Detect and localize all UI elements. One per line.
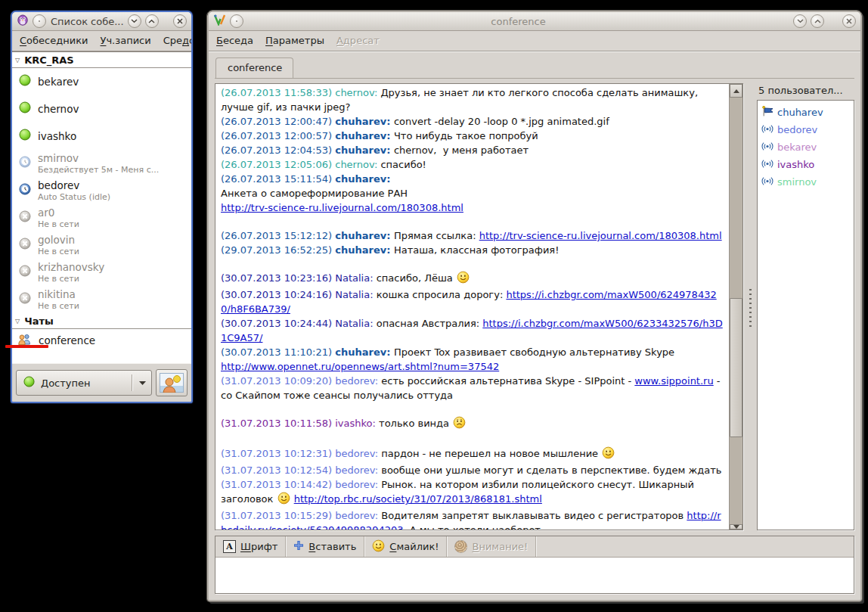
message-sender: ivashko:	[335, 418, 379, 429]
chat-message: (29.07.2013 16:52:25) chuharev: Наташа, …	[221, 243, 724, 257]
buddy-list-titlebar[interactable]: Список собе...	[12, 12, 191, 31]
message-sender: Natalia:	[335, 272, 376, 284]
group-header-krc_ras[interactable]: ▽KRC_RAS	[12, 52, 191, 68]
contact-info: krizhanovskyНе в сети	[38, 261, 104, 283]
tab-label: conference	[228, 62, 282, 73]
user-list-pane: 5 пользовател... chuharevbedorevbekarevi…	[757, 83, 854, 530]
message-link[interactable]: http://trv-science-ru.livejournal.com/18…	[479, 230, 722, 241]
maximize-button[interactable]	[811, 14, 824, 28]
font-button[interactable]: AШрифт	[215, 536, 286, 557]
pane-splitter[interactable]	[743, 83, 757, 530]
chat-message: (30.07.2013 10:24:16) Natalia: кошка спр…	[221, 287, 724, 316]
chat-message: (31.07.2013 10:15:29) bedorev: Водителям…	[221, 508, 724, 530]
message-link[interactable]: http://top.rbc.ru/society/31/07/2013/868…	[294, 493, 542, 505]
message-sender: bedorev:	[335, 464, 381, 476]
scrollbar-thumb[interactable]	[730, 298, 742, 438]
toolbar-button-label: Вставить	[308, 541, 356, 552]
contact-info: ar0Не в сети	[38, 207, 79, 228]
chat-log-frame: (26.07.2013 11:58:33) chernov: Друзья, н…	[215, 83, 743, 530]
contact-row-smirnov[interactable]: smirnovБездействует 5м - Меня с...	[12, 150, 191, 177]
contact-name: ivashko	[38, 130, 76, 142]
close-button[interactable]	[842, 14, 856, 28]
maximize-button[interactable]	[145, 14, 159, 28]
window-menu-button[interactable]	[33, 14, 46, 28]
toolbar-button-label: Смайлик!	[389, 541, 439, 552]
contact-status-text: Бездействует 5м - Меня с...	[38, 165, 159, 175]
chat-row-conference[interactable]: conference	[12, 329, 191, 352]
user-list-item-bekarev[interactable]: bekarev	[759, 138, 852, 156]
message-timestamp: (29.07.2013 16:52:25)	[221, 244, 335, 256]
chat-message: (31.07.2013 10:14:42) bedorev: Рынок. на…	[221, 477, 724, 508]
user-list-item-bedorev[interactable]: bedorev	[759, 121, 852, 138]
user-count-label: 5 пользовател...	[757, 83, 854, 100]
menu-item-адресат[interactable]: Адресат	[330, 32, 386, 50]
message-timestamp: (31.07.2013 10:11:58)	[221, 418, 335, 429]
group-header-чаты[interactable]: ▽Чаты	[12, 313, 191, 329]
contact-row-chernov[interactable]: chernov	[12, 95, 191, 123]
chat-message: (26.07.2013 12:05:06) chernov: спасибо!	[221, 157, 724, 172]
chevron-down-icon	[797, 19, 804, 23]
tab-conference[interactable]: conference	[215, 57, 293, 78]
smiley-happy-icon	[277, 492, 290, 508]
contact-row-golovin[interactable]: golovinНе в сети	[12, 231, 191, 259]
scroll-down-button[interactable]	[730, 524, 742, 530]
group-label: KRC_RAS	[24, 54, 74, 66]
contact-row-ar0[interactable]: ar0Не в сети	[12, 204, 191, 231]
message-link[interactable]: http://www.opennet.ru/opennews/art.shtml…	[221, 361, 499, 372]
message-sender: chuharev:	[335, 173, 394, 185]
group-expander-icon: ▽	[15, 318, 20, 325]
close-button[interactable]	[173, 14, 187, 28]
smiley-button[interactable]: Смайлик!	[364, 536, 447, 557]
status-selector[interactable]: Доступен	[16, 370, 152, 396]
contact-info: golovinНе в сети	[38, 234, 79, 256]
message-timestamp: (30.07.2013 10:24:16)	[221, 289, 335, 300]
contact-row-nikitina[interactable]: nikitinaНе в сети	[12, 286, 191, 313]
group-label: Чаты	[24, 315, 54, 327]
user-list-item-ivashko[interactable]: ivashko	[759, 156, 852, 173]
conference-titlebar[interactable]: conference	[209, 12, 860, 31]
contact-status-text: Не в сети	[38, 219, 79, 229]
scroll-up-button[interactable]	[730, 84, 742, 98]
attention-button[interactable]: Внимание!	[447, 536, 536, 557]
message-timestamp: (31.07.2013 10:12:31)	[221, 448, 335, 459]
contact-row-ivashko[interactable]: ivashko	[12, 123, 191, 150]
menu-item-уч-записи[interactable]: Уч.записи	[95, 32, 157, 50]
conversation-app-icon	[213, 14, 226, 29]
message-sender: chernov:	[335, 87, 380, 98]
message-timestamp: (31.07.2013 10:12:54)	[221, 464, 335, 476]
contact-info: smirnovБездействует 5м - Меня с...	[38, 152, 159, 174]
message-input[interactable]	[215, 558, 854, 593]
contact-name: nikitina	[38, 288, 79, 300]
chat-scrollbar[interactable]	[729, 84, 742, 530]
contact-row-krizhanovsky[interactable]: krizhanovskyНе в сети	[12, 259, 191, 286]
user-list-item-smirnov[interactable]: smirnov	[759, 173, 852, 191]
contact-row-bekarev[interactable]: bekarev	[12, 68, 191, 95]
status-offline-icon	[19, 210, 31, 225]
message-timestamp: (31.07.2013 10:15:29)	[221, 510, 335, 521]
chat-log: (26.07.2013 11:58:33) chernov: Друзья, н…	[215, 84, 729, 530]
buddy-icon-button[interactable]	[156, 369, 188, 396]
contact-name: bekarev	[38, 76, 79, 88]
contact-name: chernov	[38, 103, 79, 115]
message-link[interactable]: http://trv-science-ru.livejournal.com/18…	[221, 202, 463, 213]
menu-item-беседа[interactable]: Беседа	[210, 32, 259, 50]
contact-row-bedorev[interactable]: bedorevAuto Status (idle)	[12, 177, 191, 204]
minimize-button[interactable]	[793, 14, 807, 28]
minimize-button[interactable]	[128, 14, 141, 28]
chat-message: (30.07.2013 11:10:21) chuharev: Проект T…	[221, 345, 724, 374]
contact-name: krizhanovsky	[38, 261, 104, 273]
message-timestamp: (30.07.2013 10:23:16)	[221, 272, 335, 284]
contact-info: nikitinaНе в сети	[38, 288, 79, 310]
message-link[interactable]: www.sippoint.ru	[634, 375, 713, 387]
menu-item-средс[interactable]: Средс	[157, 32, 191, 50]
message-timestamp: (30.07.2013 10:24:44)	[221, 318, 335, 329]
status-available-icon	[19, 74, 31, 89]
window-menu-button[interactable]	[230, 14, 243, 28]
insert-button[interactable]: Вставить	[286, 536, 364, 557]
menu-item-собеседники[interactable]: Собеседники	[14, 32, 95, 50]
menu-item-параметры[interactable]: Параметры	[259, 32, 330, 50]
conference-body: conference (26.07.2013 11:58:33) chernov…	[209, 51, 860, 600]
user-list-item-chuharev[interactable]: chuharev	[759, 104, 852, 121]
user-name: smirnov	[777, 176, 817, 188]
conference-menubar: БеседаПараметрыАдресат	[209, 31, 860, 51]
